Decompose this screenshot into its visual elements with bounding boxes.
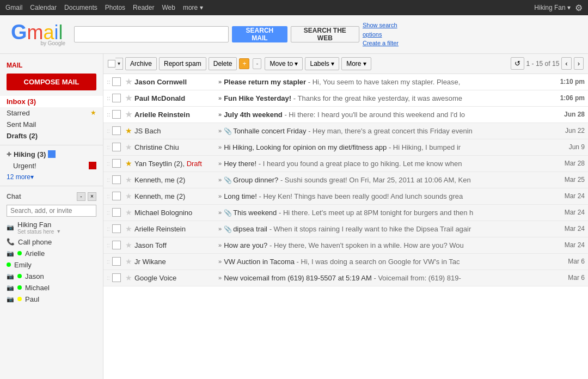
email-checkbox[interactable]: [112, 126, 121, 135]
email-row[interactable]: :: ★ Jason Toff » How are you? - Hey the…: [103, 237, 588, 254]
urgent-color-box: [89, 162, 96, 169]
select-all-checkbox[interactable]: [108, 60, 115, 68]
prev-page-button[interactable]: ‹: [561, 57, 571, 70]
email-date: Mar 24: [552, 225, 585, 233]
chat-label: Chat: [7, 193, 21, 200]
delete-button[interactable]: Delete: [209, 57, 237, 70]
chat-section: Chat - × 📷 Hiking Fan Set status here ▼: [0, 191, 103, 305]
sidebar-item-drafts[interactable]: Drafts (2): [0, 130, 103, 142]
email-date: Mar 28: [552, 160, 585, 167]
star-button[interactable]: ★: [125, 273, 132, 282]
search-web-button[interactable]: SEARCH THE WEB: [291, 26, 359, 42]
sidebar-item-sent[interactable]: Sent Mail: [0, 119, 103, 130]
email-date: 1:10 pm: [552, 78, 585, 85]
star-button[interactable]: ★: [125, 224, 132, 233]
email-checkbox[interactable]: [112, 143, 121, 151]
labels-button[interactable]: Labels ▾: [305, 57, 339, 70]
email-checkbox[interactable]: [112, 110, 121, 119]
email-date: Jun 22: [552, 127, 585, 135]
nav-gmail[interactable]: Gmail: [5, 4, 22, 11]
status-dot-jason: [17, 274, 22, 278]
nav-reader[interactable]: Reader: [133, 4, 154, 11]
chat-user-michael[interactable]: 📷 Michael: [0, 282, 103, 294]
email-checkbox[interactable]: [112, 257, 121, 266]
plus-action-button[interactable]: +: [239, 58, 249, 69]
email-checkbox[interactable]: [112, 94, 121, 102]
star-button[interactable]: ★: [125, 175, 132, 184]
star-button[interactable]: ★: [125, 208, 132, 217]
chat-user-jason[interactable]: 📷 Jason: [0, 271, 103, 282]
email-checkbox[interactable]: [112, 159, 121, 168]
compose-mail-button[interactable]: COMPOSE MAIL: [7, 74, 96, 90]
chat-user-paul[interactable]: 📷 Paul: [0, 294, 103, 305]
email-checkbox[interactable]: [112, 273, 121, 282]
email-row[interactable]: :: ★ Michael Bolognino » 📎This weekend -…: [103, 205, 588, 221]
report-spam-button[interactable]: Report spam: [159, 57, 206, 70]
arrow-icon: »: [218, 144, 222, 150]
email-row[interactable]: :: ★ Paul McDonald » Fun Hike Yesterday!…: [103, 90, 588, 107]
star-button[interactable]: ★: [125, 192, 132, 200]
email-row[interactable]: :: ★ Jason Cornwell » Please return my s…: [103, 74, 588, 90]
gmail-logo: Gmail by Google: [11, 22, 65, 46]
star-button[interactable]: ★: [125, 143, 132, 151]
email-row[interactable]: :: ★ JS Bach » 📎Tonhalle concert Friday …: [103, 123, 588, 139]
star-button[interactable]: ★: [125, 257, 132, 266]
status-dot-arielle: [17, 251, 22, 255]
nav-more[interactable]: more ▾: [183, 4, 203, 11]
move-to-button[interactable]: Move to ▾: [265, 57, 303, 70]
minus-action-button[interactable]: -: [253, 58, 261, 69]
email-row[interactable]: :: ★ Kenneth, me (2) » Long time! - Hey …: [103, 188, 588, 205]
star-button[interactable]: ★: [125, 110, 132, 119]
settings-gear-icon[interactable]: ⚙: [575, 3, 583, 13]
email-row[interactable]: :: ★ Arielle Reinstein » July 4th weeken…: [103, 107, 588, 123]
email-row[interactable]: :: ★ Arielle Reinstein » 📎dipsea trail -…: [103, 221, 588, 237]
search-input[interactable]: [74, 26, 229, 42]
email-row[interactable]: :: ★ Google Voice » New voicemail from (…: [103, 270, 588, 286]
chat-controls: - ×: [77, 192, 96, 201]
refresh-button[interactable]: ↺: [511, 57, 524, 70]
sidebar-item-inbox[interactable]: Inbox (3): [0, 96, 103, 107]
email-row[interactable]: :: ★ Yan Tseytlin (2), Draft » Hey there…: [103, 156, 588, 172]
chat-user-arielle[interactable]: 📷 Arielle: [0, 248, 103, 259]
nav-web[interactable]: Web: [162, 4, 175, 11]
topbar-user-area: Hiking Fan ▾ ⚙: [534, 3, 583, 13]
user-account[interactable]: Hiking Fan ▾: [534, 4, 571, 11]
chat-expand-button[interactable]: ×: [88, 192, 96, 201]
more-actions-button[interactable]: More ▾: [341, 57, 371, 70]
email-checkbox[interactable]: [112, 241, 121, 249]
archive-button[interactable]: Archive: [125, 57, 157, 70]
create-filter-link[interactable]: Create a filter: [363, 39, 412, 48]
email-sender: Jason Cornwell: [134, 78, 216, 86]
email-checkbox[interactable]: [112, 175, 121, 184]
email-row[interactable]: :: ★ Christine Chiu » Hi Hiking, Looking…: [103, 139, 588, 156]
next-page-button[interactable]: ›: [574, 57, 584, 70]
star-button[interactable]: ★: [125, 159, 132, 168]
chat-user-hiking-fan[interactable]: 📷 Hiking Fan Set status here ▼: [0, 219, 103, 236]
sidebar-item-urgent[interactable]: Urgent!: [0, 160, 103, 172]
email-checkbox[interactable]: [112, 77, 121, 86]
email-checkbox[interactable]: [112, 192, 121, 200]
email-checkbox[interactable]: [112, 224, 121, 233]
arrow-icon: »: [218, 274, 222, 281]
sidebar-item-starred[interactable]: Starred ★: [0, 107, 103, 119]
email-row[interactable]: :: ★ Kenneth, me (2) » 📎Group dinner? - …: [103, 172, 588, 188]
sidebar-item-hiking[interactable]: ✚ Hiking (3): [0, 149, 103, 160]
chat-minimize-button[interactable]: -: [77, 192, 85, 201]
chat-search-input[interactable]: [7, 205, 96, 217]
email-row[interactable]: :: ★ Jr Wikane » VW Auction in Tacoma - …: [103, 254, 588, 270]
select-dropdown-button[interactable]: ▾: [115, 58, 123, 70]
nav-calendar[interactable]: Calendar: [30, 4, 57, 11]
star-button[interactable]: ★: [125, 77, 132, 86]
chat-user-emily[interactable]: Emily: [0, 259, 103, 271]
star-button[interactable]: ★: [125, 241, 132, 249]
chat-call-phone[interactable]: 📞 Call phone: [0, 236, 103, 248]
star-button[interactable]: ★: [125, 94, 132, 102]
show-search-options-link[interactable]: Show search options: [363, 21, 412, 39]
nav-documents[interactable]: Documents: [64, 4, 97, 11]
arrow-icon: »: [218, 95, 222, 101]
search-mail-button[interactable]: SEARCH MAIL: [232, 26, 287, 42]
nav-photos[interactable]: Photos: [105, 4, 125, 11]
email-checkbox[interactable]: [112, 208, 121, 217]
star-button[interactable]: ★: [125, 126, 132, 135]
sidebar-more-link[interactable]: 12 more▾: [0, 172, 103, 182]
